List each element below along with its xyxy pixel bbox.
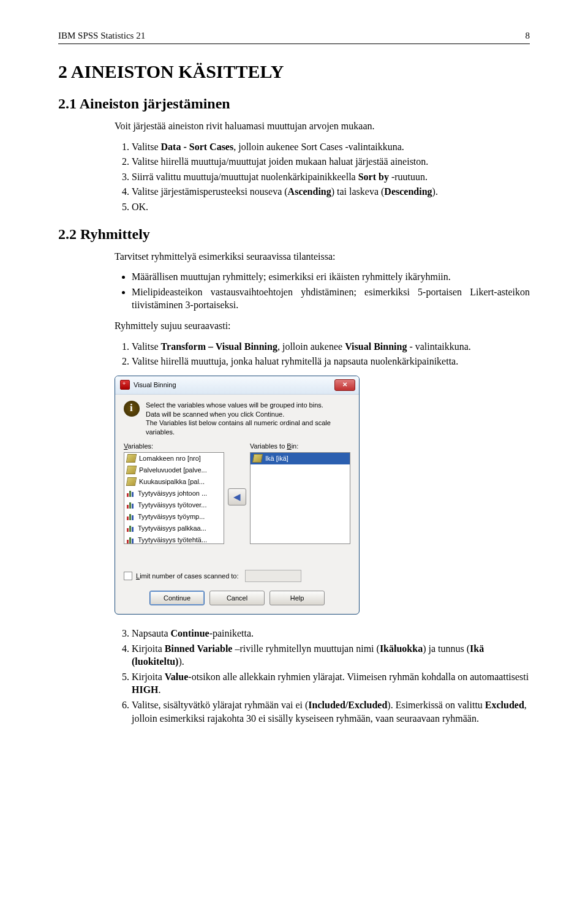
page-header: IBM SPSS Statistics 21 8 bbox=[58, 31, 530, 44]
sec2-steps-b: Napsauta Continue-painiketta. Kirjoita B… bbox=[115, 627, 530, 725]
scale-icon bbox=[252, 454, 263, 463]
close-button[interactable]: ✕ bbox=[334, 379, 355, 391]
list-item[interactable]: Palveluvuodet [palve... bbox=[124, 464, 224, 476]
list-item[interactable]: Kuukausipalkka [pal... bbox=[124, 476, 224, 488]
sec2-step-5: Kirjoita Value-otsikon alle allekkain ry… bbox=[132, 670, 530, 697]
list-item[interactable]: Tyytyväisyys työtover... bbox=[124, 499, 224, 511]
visual-binning-dialog: Visual Binning ✕ Select the variables wh… bbox=[115, 376, 360, 615]
variables-to-bin-listbox[interactable]: Ikä [ikä] bbox=[250, 452, 350, 544]
sec1-step-4: Valitse järjestämisperusteeksi nouseva (… bbox=[132, 185, 530, 199]
arrow-left-icon: ◀ bbox=[233, 491, 241, 503]
section-2-2-heading: 2.2 Ryhmittely bbox=[58, 226, 530, 243]
sec2-step-1: Valitse Transform – Visual Binning, joll… bbox=[132, 340, 530, 354]
list-item[interactable]: Tyytyväisyys palkkaa... bbox=[124, 523, 224, 534]
ordinal-icon bbox=[127, 490, 135, 497]
limit-cases-label: Limit number of cases scanned to: bbox=[136, 572, 239, 581]
ordinal-icon bbox=[127, 536, 135, 543]
variables-to-bin-label: Variables to Bin: bbox=[250, 442, 350, 451]
scale-icon bbox=[126, 454, 137, 463]
sec1-step-1: Valitse Data - Sort Cases, jolloin auken… bbox=[132, 140, 530, 154]
cancel-button[interactable]: Cancel bbox=[209, 591, 265, 605]
variables-listbox[interactable]: Lomakkeen nro [nro] Palveluvuodet [palve… bbox=[124, 452, 224, 544]
section-2-1-heading: 2.1 Aineiston järjestäminen bbox=[58, 96, 530, 112]
sec2-step-2: Valitse hiirellä muuttuja, jonka haluat … bbox=[132, 355, 530, 368]
list-item[interactable]: Tyytyväisyys johtoon ... bbox=[124, 488, 224, 499]
sec2-bullet-1: Määrällisen muuttujan ryhmittely; esimer… bbox=[132, 270, 530, 284]
move-left-button[interactable]: ◀ bbox=[228, 488, 246, 505]
ordinal-icon bbox=[127, 501, 135, 509]
variables-label: VVariables:ariables: bbox=[124, 442, 224, 451]
sec2-step-3: Napsauta Continue-painiketta. bbox=[132, 627, 530, 640]
header-rule bbox=[58, 44, 530, 44]
info-icon bbox=[124, 401, 140, 417]
sec1-steps: Valitse Data - Sort Cases, jolloin auken… bbox=[115, 140, 530, 214]
sec1-step-5: OK. bbox=[132, 200, 530, 214]
sec2-bullets: Määrällisen muuttujan ryhmittely; esimer… bbox=[115, 270, 530, 312]
sec2-intro: Tarvitset ryhmittelyä esimerkiksi seuraa… bbox=[115, 250, 530, 263]
sec2-step-6: Valitse, sisältyvätkö ylärajat ryhmään v… bbox=[132, 698, 530, 725]
sec1-step-3: Siirrä valittu muuttuja/muuttujat nuolen… bbox=[132, 170, 530, 184]
list-item[interactable]: Tyytyväisyys työtehtä... bbox=[124, 534, 224, 544]
list-item[interactable]: Ikä [ikä] bbox=[251, 453, 350, 464]
sec2-lead2: Ryhmittely sujuu seuraavasti: bbox=[115, 319, 530, 333]
list-item[interactable]: Lomakkeen nro [nro] bbox=[124, 453, 224, 464]
section-h1: 2 AINEISTON KÄSITTELY bbox=[58, 61, 530, 82]
limit-cases-input[interactable] bbox=[245, 570, 301, 582]
ordinal-icon bbox=[127, 513, 135, 520]
app-icon bbox=[120, 380, 130, 390]
sec2-steps-a: Valitse Transform – Visual Binning, joll… bbox=[115, 340, 530, 368]
limit-cases-row: Limit number of cases scanned to: bbox=[124, 570, 350, 582]
sec2-bullet-2: Mielipideasteikon vastausvaihtoehtojen y… bbox=[132, 286, 530, 312]
header-page-number: 8 bbox=[526, 31, 530, 41]
help-button[interactable]: Help bbox=[270, 591, 325, 605]
sec2-step-4: Kirjoita Binned Variable –riville ryhmit… bbox=[132, 642, 530, 668]
sec1-intro: Voit järjestää aineiston rivit haluamasi… bbox=[115, 119, 530, 133]
dialog-titlebar: Visual Binning ✕ bbox=[115, 376, 359, 395]
limit-cases-checkbox[interactable] bbox=[124, 572, 132, 580]
header-title: IBM SPSS Statistics 21 bbox=[58, 31, 145, 41]
dialog-info-text: Select the variables whose values will b… bbox=[146, 401, 350, 437]
continue-button[interactable]: Continue bbox=[149, 591, 205, 605]
scale-icon bbox=[126, 477, 137, 486]
ordinal-icon bbox=[127, 524, 135, 532]
scale-icon bbox=[126, 466, 137, 474]
list-item[interactable]: Tyytyväisyys työymp... bbox=[124, 511, 224, 523]
close-icon: ✕ bbox=[342, 380, 347, 389]
dialog-title: Visual Binning bbox=[134, 380, 176, 390]
sec1-step-2: Valitse hiirellä muuttuja/muuttujat joid… bbox=[132, 155, 530, 168]
